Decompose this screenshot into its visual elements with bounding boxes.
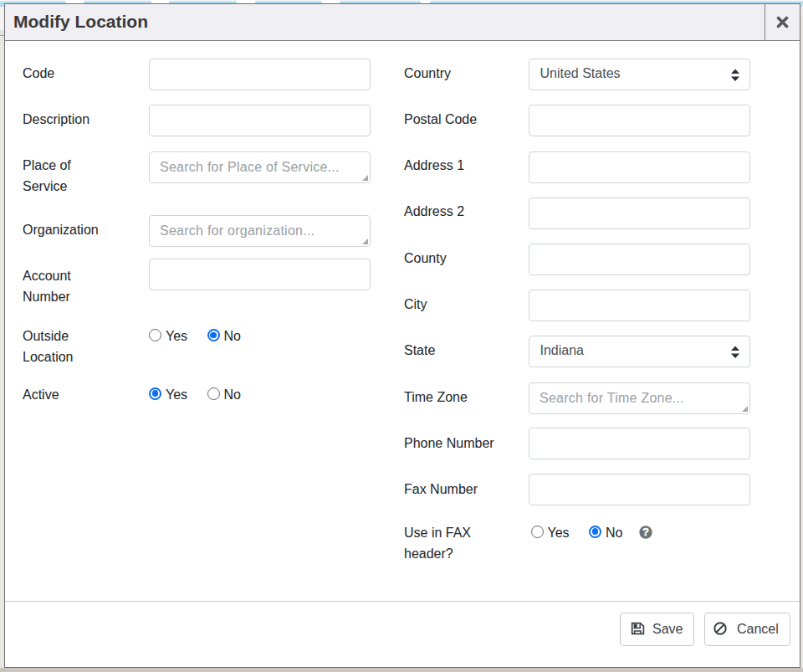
- svg-text:?: ?: [642, 526, 649, 538]
